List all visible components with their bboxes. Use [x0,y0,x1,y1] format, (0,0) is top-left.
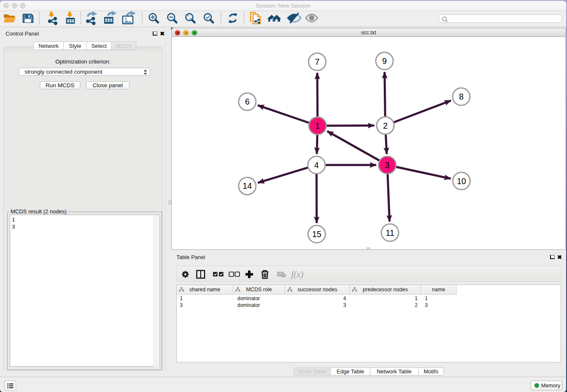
svg-text:10: 10 [457,177,466,186]
svg-text:9: 9 [382,56,387,66]
svg-text:3: 3 [385,160,390,170]
svg-text:11: 11 [386,228,394,237]
svg-text:6: 6 [245,97,250,106]
svg-text:7: 7 [315,57,319,66]
svg-text:1: 1 [315,121,320,130]
svg-text:4: 4 [314,160,319,170]
svg-text:2: 2 [383,121,388,130]
svg-text:15: 15 [312,229,322,239]
svg-text:14: 14 [243,181,252,190]
svg-text:8: 8 [459,92,464,101]
svg-text:f(x): f(x) [291,269,303,279]
